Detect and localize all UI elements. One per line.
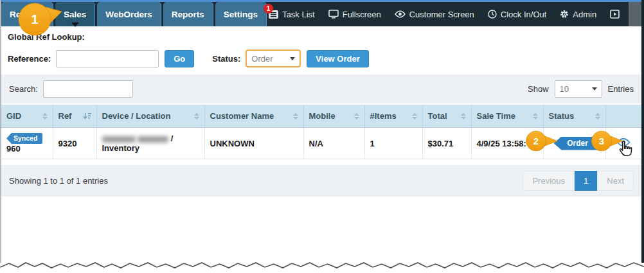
- synced-badge: Synced: [6, 133, 42, 144]
- task-list-badge: 1: [264, 4, 273, 13]
- window-top-border: [0, 0, 644, 2]
- sort-icon: [42, 113, 48, 119]
- sort-descending-icon: [83, 112, 91, 120]
- tab-reports[interactable]: Reports: [163, 2, 213, 26]
- tab-register-label: Register: [10, 10, 44, 19]
- order-status-button[interactable]: Order: [554, 137, 602, 150]
- global-ref-lookup-section: Global Ref Lookup: Reference: Go Status:…: [8, 32, 640, 67]
- cell-total: $30.71: [422, 128, 471, 159]
- redacted-text: [138, 136, 168, 143]
- app-window: Register Sales WebOrders Reports Setting…: [0, 0, 644, 273]
- table-row: Synced 960 9320 / Inventory UNKNOWN N/A …: [1, 128, 641, 159]
- reference-input[interactable]: [56, 50, 159, 67]
- cell-mobile: N/A: [303, 128, 364, 159]
- status-label: Status:: [212, 54, 240, 64]
- column-header-device-location[interactable]: Device / Location: [96, 105, 204, 128]
- customer-screen-label: Customer Screen: [409, 10, 474, 19]
- cell-sale-time: 4/9/25 13:58:: [471, 128, 543, 159]
- redacted-text: [102, 136, 136, 143]
- sort-icon: [533, 113, 538, 119]
- chevron-down-icon: [290, 57, 295, 60]
- window-left-border: [0, 0, 1, 263]
- view-order-eye-icon[interactable]: [616, 137, 631, 147]
- section-title: Global Ref Lookup:: [8, 32, 640, 42]
- nav-tabs: Register Sales WebOrders Reports Setting…: [1, 2, 269, 26]
- entries-label: Entries: [608, 84, 634, 94]
- cell-gid: Synced 960: [1, 128, 53, 159]
- show-entries-select[interactable]: 10: [555, 80, 602, 98]
- status-select-value: Order: [251, 54, 273, 64]
- cell-device-location: / Inventory: [96, 128, 204, 159]
- cell-customer-name: UNKNOWN: [204, 128, 303, 159]
- sort-icon: [461, 113, 466, 119]
- top-navbar: Register Sales WebOrders Reports Setting…: [1, 2, 641, 26]
- column-header-ref[interactable]: Ref: [53, 105, 96, 128]
- show-entries-value: 10: [560, 84, 569, 94]
- pagination: Previous 1 Next: [523, 171, 634, 191]
- column-header-sale-time[interactable]: Sale Time: [471, 105, 543, 128]
- torn-edge-decoration: [0, 259, 644, 273]
- table-header-row: GID Ref Device / Location Customer Name …: [1, 105, 641, 128]
- customer-screen-eye-icon: [395, 10, 406, 18]
- tab-weborders-label: WebOrders: [105, 10, 152, 19]
- task-list-label: Task List: [282, 10, 315, 19]
- status-select[interactable]: Order: [246, 49, 301, 67]
- column-header-items[interactable]: #Items: [364, 105, 422, 128]
- fullscreen-icon: [328, 10, 339, 19]
- page-number-button[interactable]: 1: [575, 171, 597, 191]
- column-header-mobile[interactable]: Mobile: [303, 105, 364, 128]
- admin-button[interactable]: Admin: [560, 10, 596, 19]
- fullscreen-button[interactable]: Fullscreen: [328, 10, 381, 19]
- search-input[interactable]: [43, 80, 133, 98]
- nav-actions: 1 Task List Fullscreen Customer Screen C…: [269, 2, 629, 26]
- boxed-arrow-icon: [610, 10, 620, 19]
- cell-items: 1: [364, 128, 422, 159]
- tab-sales-label: Sales: [64, 10, 86, 19]
- chevron-down-icon: [592, 87, 597, 91]
- task-list-button[interactable]: 1 Task List: [269, 10, 315, 19]
- sort-icon: [595, 113, 600, 119]
- sort-icon: [412, 113, 417, 119]
- view-order-button[interactable]: View Order: [307, 50, 368, 67]
- column-header-customer-name[interactable]: Customer Name: [204, 105, 303, 128]
- show-entries-control: Show 10 Entries: [528, 80, 634, 98]
- tab-settings[interactable]: Settings: [215, 2, 267, 26]
- tab-settings-label: Settings: [224, 10, 258, 19]
- sort-icon: [354, 113, 359, 119]
- tab-register[interactable]: Register: [1, 2, 53, 26]
- gear-icon: [560, 10, 569, 19]
- table-footer-band: Showing 1 to 1 of 1 entries Previous 1 N…: [1, 165, 641, 197]
- clock-in-out-label: Clock In/Out: [501, 10, 547, 19]
- device-location-separator: /: [171, 134, 174, 143]
- tab-reports-label: Reports: [172, 10, 204, 19]
- tab-sales[interactable]: Sales: [55, 2, 95, 26]
- orders-table-section: Search: Show 10 Entries GID: [1, 75, 641, 197]
- device-location-line2: Inventory: [102, 143, 199, 153]
- show-label: Show: [528, 84, 549, 94]
- cell-view-action: [605, 128, 641, 159]
- fullscreen-label: Fullscreen: [343, 10, 381, 19]
- column-header-actions: [605, 105, 641, 128]
- orders-table: GID Ref Device / Location Customer Name …: [1, 105, 642, 159]
- go-button[interactable]: Go: [165, 50, 194, 67]
- column-header-gid[interactable]: GID: [1, 105, 53, 128]
- column-header-total[interactable]: Total: [422, 105, 471, 128]
- tab-weborders[interactable]: WebOrders: [97, 2, 161, 26]
- next-page-button[interactable]: Next: [597, 171, 634, 191]
- customer-screen-button[interactable]: Customer Screen: [395, 10, 474, 19]
- admin-label: Admin: [573, 10, 596, 19]
- clock-in-out-button[interactable]: Clock In/Out: [488, 10, 547, 19]
- sort-icon: [194, 113, 199, 119]
- gid-value: 960: [6, 144, 48, 154]
- window-right-border: [641, 0, 644, 263]
- column-header-status[interactable]: Status: [543, 105, 605, 128]
- cell-status: Order: [543, 128, 605, 159]
- search-label: Search:: [9, 84, 38, 94]
- entries-summary: Showing 1 to 1 of 1 entries: [9, 176, 108, 186]
- lookup-form-row: Reference: Go Status: Order View Order: [8, 49, 640, 67]
- search-control: Search:: [9, 80, 133, 98]
- open-register-window-button[interactable]: [610, 10, 620, 19]
- reference-label: Reference:: [8, 54, 51, 64]
- table-controls-band: Search: Show 10 Entries: [1, 75, 641, 103]
- previous-page-button[interactable]: Previous: [523, 171, 575, 191]
